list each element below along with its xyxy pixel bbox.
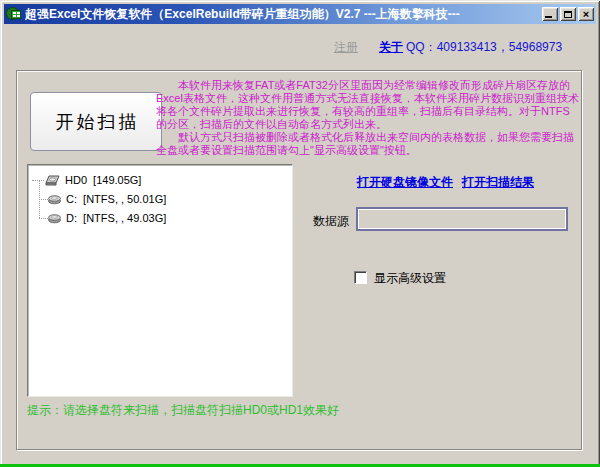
spreadsheet-icon	[11, 10, 21, 19]
advanced-settings-label[interactable]: 显示高级设置	[374, 270, 446, 287]
hard-disk-icon	[44, 174, 61, 187]
titlebar: 超强Excel文件恢复软件（ExcelRebuild带碎片重组功能）V2.7 -…	[4, 4, 596, 24]
about-link[interactable]: 关于	[379, 39, 403, 56]
description-text: 本软件用来恢复FAT或者FAT32分区里面因为经常编辑修改而形成碎片扇区存放的E…	[156, 79, 580, 157]
datasource-input[interactable]	[356, 207, 568, 231]
tree-line	[32, 180, 44, 181]
start-scan-button[interactable]: 开始扫描	[30, 92, 162, 151]
qq-contact-text: QQ：409133413，54968973	[406, 39, 562, 56]
partition-icon	[47, 193, 62, 205]
window-controls: ×	[542, 7, 594, 21]
datasource-label: 数据源	[313, 213, 349, 230]
drive-tree-list: HD0 [149.05G] C: [NTFS, , 50.01G] D: [NT…	[27, 164, 293, 397]
tree-item-drive-c[interactable]: C: [NTFS, , 50.01G]	[47, 191, 166, 207]
app-window: 超强Excel文件恢复软件（ExcelRebuild带碎片重组功能）V2.7 -…	[0, 0, 600, 467]
tree-item-label: C: [NTFS, , 50.01G]	[66, 193, 166, 205]
open-disk-image-link[interactable]: 打开硬盘镜像文件	[357, 174, 453, 191]
app-logo-icon	[7, 7, 22, 21]
register-link[interactable]: 注册	[334, 39, 358, 56]
maximize-icon	[564, 11, 572, 18]
description-paragraph-1: 本软件用来恢复FAT或者FAT32分区里面因为经常编辑修改而形成碎片扇区存放的E…	[156, 79, 580, 131]
window-title: 超强Excel文件恢复软件（ExcelRebuild带碎片重组功能）V2.7 -…	[25, 6, 542, 23]
hint-text: 提示：请选择盘符来扫描，扫描盘符扫描HD0或HD1效果好	[27, 402, 339, 419]
minimize-icon	[545, 16, 552, 18]
close-icon: ×	[583, 9, 589, 19]
tree-item-hd0[interactable]: HD0 [149.05G]	[44, 172, 141, 188]
close-button[interactable]: ×	[578, 7, 594, 21]
tree-item-drive-d[interactable]: D: [NTFS, , 49.03G]	[47, 210, 166, 226]
tree-item-label: HD0 [149.05G]	[65, 174, 141, 186]
minimize-button[interactable]	[542, 7, 558, 21]
open-scan-result-link[interactable]: 打开扫描结果	[462, 174, 534, 191]
partition-icon	[47, 212, 62, 224]
advanced-settings-checkbox[interactable]	[354, 271, 367, 284]
description-paragraph-2: 默认方式只扫描被删除或者格式化后释放出来空间内的表格数据，如果您需要扫描全盘或者…	[156, 131, 580, 157]
tree-item-label: D: [NTFS, , 49.03G]	[66, 212, 166, 224]
maximize-button[interactable]	[560, 7, 576, 21]
